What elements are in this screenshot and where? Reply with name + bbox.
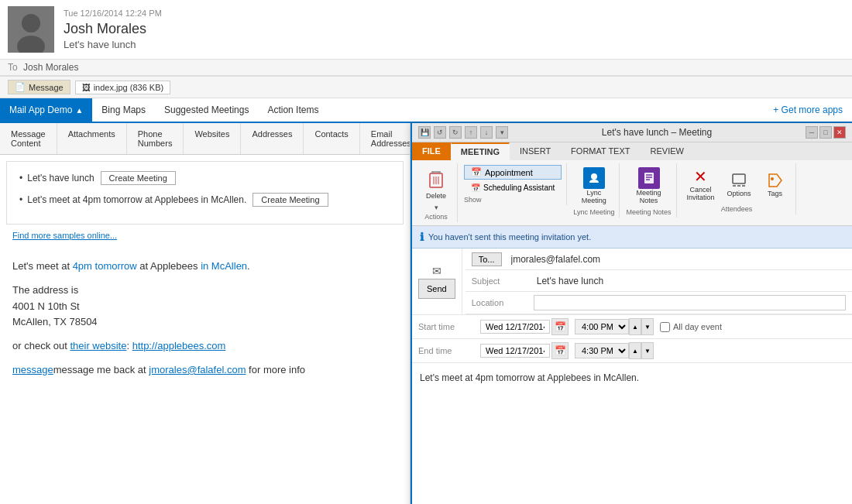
ribbon-tab-format-text[interactable]: FORMAT TEXT [561, 142, 640, 160]
email-subject: Let's have lunch [64, 39, 844, 50]
start-calendar-icon[interactable]: 📅 [551, 318, 569, 335]
send-button[interactable]: Send [418, 279, 455, 299]
end-date-input[interactable] [480, 344, 550, 358]
tab-mail-app-demo[interactable]: Mail App Demo ▲ [0, 98, 92, 122]
ribbon-tabs: FILE MEETING INSERT FORMAT TEXT REVIEW [412, 142, 852, 160]
end-calendar-icon[interactable]: 📅 [551, 342, 569, 359]
tab-suggested-meetings[interactable]: Suggested Meetings [155, 98, 258, 122]
delete-button[interactable]: Delete [421, 165, 452, 202]
website-link[interactable]: their website [70, 340, 126, 351]
allday-checkbox[interactable] [660, 322, 670, 332]
calendar-icon: 📅 [471, 167, 482, 177]
get-more-apps[interactable]: + Get more apps [764, 100, 852, 120]
location-label: Location [472, 298, 534, 307]
lync-group-label: Lync Meeting [573, 207, 614, 216]
tab-addresses[interactable]: Addresses [241, 123, 304, 154]
notes-icon [638, 167, 660, 189]
body-colon: : [126, 340, 129, 351]
file-icon: 🖼 [82, 83, 91, 92]
tab-bing-maps[interactable]: Bing Maps [92, 98, 155, 122]
cancel-icon: ✕ [694, 167, 707, 186]
ribbon-group-actions: Delete ▾ Actions [415, 163, 458, 222]
meeting-window: 💾 ↺ ↻ ↑ ↓ ▾ Let's have lunch – Meeting ─… [411, 123, 852, 504]
start-time-select[interactable]: 4:00 PM [575, 319, 629, 334]
tab-attachments[interactable]: Attachments [57, 123, 127, 154]
tab-contacts[interactable]: Contacts [304, 123, 359, 154]
appointment-button[interactable]: 📅 Appointment [464, 165, 562, 180]
bullet-2: • [19, 194, 22, 205]
minimize-icon[interactable]: ─ [806, 126, 818, 139]
start-time-up-icon[interactable]: ▲ [629, 318, 641, 335]
bullet-1: • [19, 173, 22, 183]
message-tab-btn[interactable]: 📄 Message [8, 80, 70, 94]
end-time-up-icon[interactable]: ▲ [629, 342, 641, 359]
body-prefix-1: Let's meet at [12, 260, 73, 272]
lync-meeting-button[interactable]: LyncMeeting [578, 165, 610, 207]
down-icon[interactable]: ↓ [480, 126, 493, 139]
body-suffix-1: . [247, 260, 250, 272]
meeting-title: Let's have lunch – Meeting [508, 127, 806, 138]
applebees-url[interactable]: http://applebees.com [132, 340, 226, 351]
to-input[interactable] [508, 252, 847, 266]
to-recipient: Josh Morales [23, 62, 78, 73]
body-address-1: 4001 N 10th St [12, 300, 80, 312]
tab-phone-numbers[interactable]: Phone Numbers [127, 123, 184, 154]
show-label: Show [464, 194, 482, 204]
message-link[interactable]: message [12, 364, 53, 375]
redo-icon[interactable]: ↻ [449, 126, 462, 139]
delete-dropdown-icon[interactable]: ▾ [435, 204, 438, 211]
tags-button[interactable]: Tags [760, 169, 791, 200]
body-email-suffix: for more info [246, 364, 306, 375]
start-time-down-icon[interactable]: ▼ [641, 318, 654, 335]
subject-label: Subject [472, 276, 534, 286]
start-time-row: Start time 📅 4:00 PM ▲ ▼ All day event [412, 315, 852, 339]
message-label: Message [29, 83, 64, 92]
end-time-select[interactable]: 4:30 PM [575, 343, 629, 358]
options-button[interactable]: Options [723, 169, 755, 200]
ribbon-tab-review[interactable]: REVIEW [641, 142, 694, 160]
ribbon-group-lync: LyncMeeting Lync Meeting [569, 163, 620, 218]
create-meeting-btn-1[interactable]: Create Meeting [101, 171, 176, 185]
end-time-row: End time 📅 4:30 PM ▲ ▼ [412, 339, 852, 363]
cancel-invitation-button[interactable]: ✕ CancelInvitation [683, 165, 719, 204]
info-text: You haven't sent this meeting invitation… [428, 232, 591, 242]
body-mid-1: at Applebees [137, 260, 201, 272]
email-body: Let's meet at 4pm tomorrow at Applebees … [0, 246, 410, 504]
send-panel: ✉ Send [412, 249, 462, 314]
save-icon[interactable]: 💾 [418, 126, 431, 139]
allday-label: All day event [673, 322, 722, 331]
location-input[interactable] [534, 295, 846, 310]
subject-row: Subject [466, 270, 852, 292]
inner-tabs: Message Content Attachments Phone Number… [0, 123, 410, 155]
create-meeting-btn-2[interactable]: Create Meeting [253, 193, 328, 207]
file-attachment-btn[interactable]: 🖼 index.jpg (836 KB) [75, 81, 171, 94]
email-link[interactable]: jmorales@falafel.com [149, 364, 246, 375]
tab-websites[interactable]: Websites [184, 123, 241, 154]
scheduling-assistant-button[interactable]: 📅 Scheduling Assistant [464, 181, 562, 194]
more-icon[interactable]: ▾ [496, 126, 508, 139]
notes-group-label: Meeting Notes [626, 207, 671, 216]
avatar [8, 6, 54, 53]
subject-input[interactable] [534, 274, 846, 288]
meeting-notes-button[interactable]: MeetingNotes [632, 165, 665, 207]
ribbon-tab-file[interactable]: FILE [412, 142, 451, 160]
ribbon-tab-meeting[interactable]: MEETING [451, 142, 510, 160]
ribbon-tab-insert[interactable]: INSERT [510, 142, 561, 160]
file-label: index.jpg (836 KB) [94, 83, 164, 92]
tab-action-items[interactable]: Action Items [258, 98, 328, 122]
options-icon [730, 171, 748, 190]
time-highlight: 4pm tomorrow [73, 260, 137, 272]
tab-message-content[interactable]: Message Content [0, 123, 57, 154]
undo-icon[interactable]: ↺ [434, 126, 446, 139]
find-more-link[interactable]: Find more samples online... [0, 231, 410, 246]
to-button[interactable]: To... [472, 252, 502, 266]
up-icon[interactable]: ↑ [465, 126, 477, 139]
ribbon-content: Delete ▾ Actions 📅 Appointment 📅 [412, 160, 852, 226]
lync-icon [583, 167, 605, 189]
tab-email-addresses[interactable]: Email Addresses [360, 123, 411, 154]
start-date-input[interactable] [480, 320, 550, 334]
maximize-icon[interactable]: □ [819, 126, 832, 139]
close-icon[interactable]: ✕ [833, 126, 846, 139]
ribbon-group-attendees: ✕ CancelInvitation Options [679, 163, 796, 214]
end-time-down-icon[interactable]: ▼ [641, 342, 654, 359]
